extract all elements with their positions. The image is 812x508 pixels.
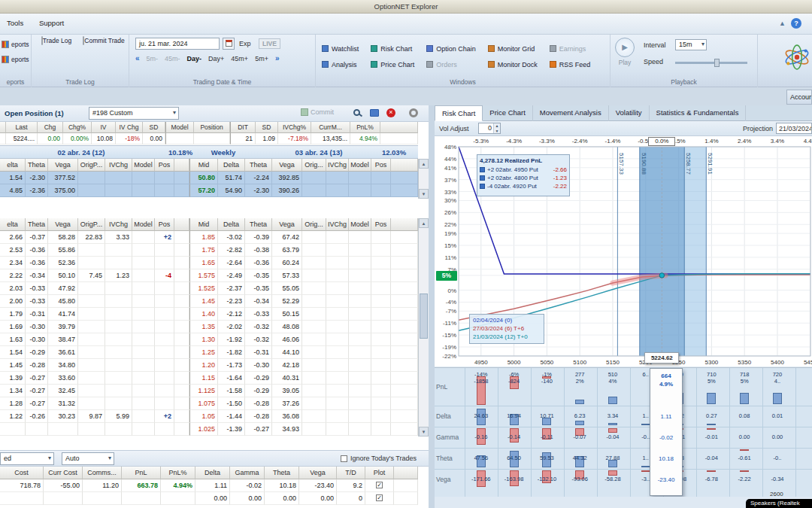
chain-header-cell[interactable]: Vega bbox=[48, 218, 78, 231]
summary-header-cell[interactable] bbox=[380, 122, 418, 133]
chain-row[interactable]: 1.69-0.3039.791.35-2.02-0.3248.08 bbox=[0, 321, 418, 333]
summary-header-cell[interactable]: CurrM... bbox=[311, 122, 350, 133]
chain-header-cell[interactable]: IVChg bbox=[326, 218, 349, 231]
chain-scrollbar[interactable]: ▲ ▼ bbox=[418, 218, 429, 437]
summary-header-cell[interactable]: DIT bbox=[230, 122, 256, 133]
chain-header-cell[interactable]: IVChg bbox=[105, 218, 132, 231]
account-panel-tab[interactable]: Account bbox=[786, 90, 812, 105]
play-button[interactable]: ▶ bbox=[615, 38, 635, 57]
tab-volatility[interactable]: Volatility bbox=[609, 105, 650, 121]
risk-chart-area[interactable]: 5157.335190.885258.775291.91-5.3%-4.3%-3… bbox=[435, 136, 812, 367]
chain-row[interactable]: 1.025-1.39-0.2734.93 bbox=[0, 423, 418, 436]
chain-header-cell[interactable]: elta bbox=[0, 218, 26, 231]
collapse-ribbon-icon[interactable]: ▲ bbox=[779, 20, 786, 27]
speed-slider-thumb[interactable] bbox=[714, 59, 720, 67]
chain-header-cell[interactable]: Mid bbox=[189, 218, 218, 231]
chain-header-cell[interactable]: Delta bbox=[218, 159, 245, 172]
chain-header-cell[interactable]: Orig... bbox=[302, 159, 326, 172]
totals-header-cell[interactable]: PnL% bbox=[161, 467, 195, 479]
summary-header-cell[interactable]: IV bbox=[92, 122, 116, 133]
scroll-down-arrow[interactable]: ▼ bbox=[419, 189, 429, 199]
summary-header-cell[interactable]: Chg% bbox=[63, 122, 92, 133]
chain-row[interactable]: 2.00-0.3345.801.45-2.23-0.3452.29 bbox=[0, 295, 418, 308]
window-toggle-earnings[interactable]: Earnings bbox=[550, 41, 591, 56]
menu-support[interactable]: Support bbox=[32, 14, 71, 33]
matched-filter-select[interactable]: ed ▾ bbox=[0, 452, 54, 465]
totals-header-cell[interactable]: Cost bbox=[0, 467, 44, 479]
chain-header-cell[interactable]: Theta bbox=[245, 218, 272, 231]
live-button[interactable]: LIVE bbox=[259, 38, 280, 49]
tab-movement-analysis[interactable]: Movement Analysis bbox=[533, 105, 609, 121]
chain-header-cell[interactable]: Delta bbox=[218, 218, 245, 231]
legend-entry[interactable]: +2 02abr. 4950 Put-2.66 bbox=[480, 166, 567, 174]
chain-header-cell[interactable]: Pos bbox=[371, 218, 391, 231]
chain-header-cell[interactable]: Model bbox=[349, 218, 371, 231]
chain-row[interactable]: 2.34-0.3652.361.65-2.64-0.3660.24 bbox=[0, 257, 418, 269]
totals-header-cell[interactable]: Plot bbox=[365, 467, 394, 479]
summary-header-cell[interactable]: IVChg% bbox=[278, 122, 311, 133]
ignore-todays-trades-checkbox[interactable]: Ignore Today's Trades bbox=[341, 455, 417, 462]
tab-risk-chart[interactable]: Risk Chart bbox=[435, 105, 483, 121]
window-toggle-orders[interactable]: Orders bbox=[426, 56, 476, 72]
summary-header-cell[interactable] bbox=[0, 122, 6, 133]
summary-header-cell[interactable]: Position bbox=[194, 122, 230, 133]
commit-button[interactable]: Commit bbox=[301, 108, 334, 116]
scroll-down-arrow[interactable]: ▼ bbox=[419, 427, 429, 437]
chain-header-cell[interactable]: elta bbox=[0, 159, 26, 172]
scroll-up-arrow[interactable]: ▲ bbox=[419, 159, 429, 169]
menu-tools[interactable]: Tools bbox=[0, 14, 30, 33]
chain-header-cell[interactable]: Theta bbox=[26, 218, 48, 231]
scroll-up-arrow[interactable]: ▲ bbox=[419, 218, 429, 228]
window-toggle-monitor-grid[interactable]: Monitor Grid bbox=[488, 41, 538, 56]
panel-splitter[interactable] bbox=[429, 105, 435, 508]
step-back-icon[interactable]: « bbox=[135, 54, 140, 62]
chain-header-cell[interactable] bbox=[174, 159, 189, 172]
chain-row[interactable]: 2.53-0.3655.861.75-2.82-0.3863.79 bbox=[0, 244, 418, 257]
window-toggle-rss-feed[interactable]: RSS Feed bbox=[550, 56, 591, 72]
title-bar[interactable]: OptionNET Explorer bbox=[0, 0, 812, 14]
chain-header-cell[interactable]: Model bbox=[132, 218, 155, 231]
chain-header-cell[interactable]: Vega bbox=[48, 159, 78, 172]
totals-header-cell[interactable]: T/D bbox=[337, 467, 365, 479]
totals-header-cell[interactable]: Delta bbox=[195, 467, 230, 479]
legend-entry[interactable]: +2 02abr. 4800 Put-1.23 bbox=[480, 174, 567, 182]
interval-select[interactable]: 15m ▾ bbox=[675, 39, 707, 50]
chain-header-cell[interactable]: Orig... bbox=[302, 218, 326, 231]
chain-header-cell[interactable]: Model bbox=[349, 159, 371, 172]
summary-header-cell[interactable]: SD bbox=[143, 122, 165, 133]
legend-entry[interactable]: -4 02abr. 4920 Put-2.22 bbox=[480, 182, 567, 190]
trade-log-button[interactable]: Trade Log bbox=[34, 37, 79, 73]
trading-date-input[interactable]: ju. 21 mar. 2024 bbox=[135, 38, 220, 50]
step-forward-icon[interactable]: » bbox=[275, 54, 280, 62]
chain-header-cell[interactable]: OrigP... bbox=[78, 218, 105, 231]
summary-header-cell[interactable]: Model bbox=[165, 122, 194, 133]
chain-row[interactable]: 4.85-2.36375.0057.2054.90-2.30390.26 bbox=[0, 184, 418, 197]
chain-row[interactable]: 1.63-0.3038.471.30-1.92-0.3246.06 bbox=[0, 333, 418, 346]
tab-price-chart[interactable]: Price Chart bbox=[483, 105, 533, 121]
totals-header-cell[interactable]: PnL bbox=[122, 467, 161, 479]
chain-header-cell[interactable]: Model bbox=[132, 159, 155, 172]
chain-row[interactable]: 1.45-0.2834.801.20-1.73-0.3042.18 bbox=[0, 359, 418, 372]
chain-row[interactable]: 1.54-2.30377.5250.8051.74-2.24392.85 bbox=[0, 172, 418, 184]
time-step-45m[interactable]: 45m- bbox=[165, 55, 180, 62]
chain-row[interactable]: 2.66-0.3758.2822.833.33+21.85-3.02-0.396… bbox=[0, 231, 418, 244]
chain-header-cell[interactable] bbox=[391, 159, 418, 172]
vol-adjust-spinner[interactable]: 0 ▲ ▼ bbox=[478, 123, 501, 134]
window-toggle-analysis[interactable]: Analysis bbox=[322, 56, 359, 72]
totals-header-cell[interactable]: Gamma bbox=[230, 467, 265, 479]
reports-button-2[interactable]: eports bbox=[2, 56, 29, 63]
chain-header-cell[interactable] bbox=[174, 218, 189, 231]
time-step-5m[interactable]: 5m+ bbox=[255, 55, 268, 62]
position-selector[interactable]: #198 Custom ▾ bbox=[89, 107, 179, 120]
chain-header-cell[interactable]: IVChg bbox=[105, 159, 132, 172]
window-toggle-monitor-dock[interactable]: Monitor Dock bbox=[488, 56, 538, 72]
chain-row[interactable]: 1.34-0.2732.451.125-1.58-0.2939.05 bbox=[0, 385, 418, 397]
chain-header-cell[interactable]: Pos bbox=[155, 159, 174, 172]
chain-header-cell[interactable]: Pos bbox=[371, 159, 391, 172]
summary-header-cell[interactable]: Chg bbox=[38, 122, 63, 133]
plot-checkbox[interactable]: ✓ bbox=[376, 494, 383, 501]
tab-statistics-fundamentals[interactable]: Statistics & Fundamentals bbox=[650, 105, 747, 121]
spinner-down-arrow[interactable]: ▼ bbox=[494, 129, 500, 134]
plot-checkbox[interactable]: ✓ bbox=[376, 482, 383, 488]
totals-header-cell[interactable]: Vega bbox=[299, 467, 337, 479]
